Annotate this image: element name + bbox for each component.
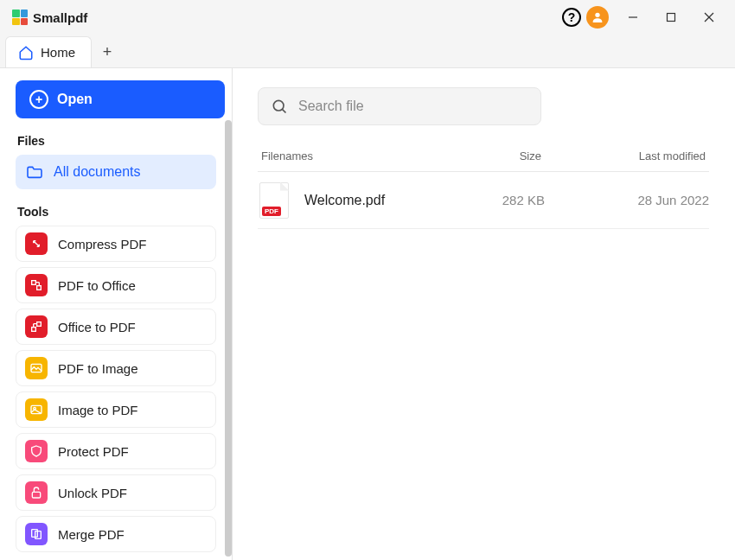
tool-label: Image to PDF xyxy=(58,403,138,417)
compress-icon xyxy=(25,232,48,255)
tool-pdf-to-office[interactable]: PDF to Office xyxy=(16,267,216,303)
tool-label: Protect PDF xyxy=(58,444,129,459)
tool-label: Office to PDF xyxy=(58,320,136,334)
tools-section-label: Tools xyxy=(17,205,223,219)
tab-home[interactable]: Home xyxy=(5,36,92,67)
svg-rect-5 xyxy=(32,281,36,285)
file-name: Welcome.pdf xyxy=(304,193,467,208)
tool-office-to-pdf[interactable]: Office to PDF xyxy=(16,309,216,345)
column-filenames: Filenames xyxy=(261,150,463,162)
titlebar: Smallpdf ? xyxy=(0,0,735,35)
sidebar: + Open Files All documents Tools Compres… xyxy=(0,68,232,560)
app-title: Smallpdf xyxy=(33,10,87,25)
files-section-label: Files xyxy=(17,134,223,148)
new-tab-button[interactable]: + xyxy=(92,36,123,67)
sidebar-item-label: All documents xyxy=(54,164,141,180)
file-thumbnail: PDF xyxy=(259,182,289,219)
tool-label: Merge PDF xyxy=(58,527,125,542)
avatar[interactable] xyxy=(586,6,609,29)
tool-label: Unlock PDF xyxy=(58,486,127,500)
tool-image-to-pdf[interactable]: Image to PDF xyxy=(16,391,216,428)
tool-compress-pdf[interactable]: Compress PDF xyxy=(16,226,216,262)
search-icon xyxy=(271,98,288,115)
content: Filenames Size Last modified PDF Welcome… xyxy=(232,68,735,560)
sidebar-scrollbar[interactable] xyxy=(225,120,232,557)
close-button[interactable] xyxy=(690,0,728,35)
minimize-button[interactable] xyxy=(614,0,652,35)
tab-home-label: Home xyxy=(41,45,75,60)
file-row[interactable]: PDF Welcome.pdf 282 KB 28 Jun 2022 xyxy=(258,172,709,229)
merge-icon xyxy=(25,523,48,545)
tool-merge-pdf[interactable]: Merge PDF xyxy=(16,516,216,552)
folder-icon xyxy=(26,165,43,179)
search-input[interactable] xyxy=(298,99,528,114)
unlock-icon xyxy=(25,481,48,504)
tool-unlock-pdf[interactable]: Unlock PDF xyxy=(16,474,216,511)
main: + Open Files All documents Tools Compres… xyxy=(0,67,735,560)
column-last-modified: Last modified xyxy=(585,150,706,162)
protect-icon xyxy=(25,440,48,462)
help-icon[interactable]: ? xyxy=(562,8,581,27)
tool-label: PDF to Office xyxy=(58,278,136,293)
list-header: Filenames Size Last modified xyxy=(258,150,709,172)
logo-icon xyxy=(12,10,28,25)
plus-circle-icon: + xyxy=(29,90,48,109)
svg-point-0 xyxy=(595,13,599,17)
svg-point-15 xyxy=(273,100,284,111)
open-button-label: Open xyxy=(57,92,93,107)
sidebar-item-all-documents[interactable]: All documents xyxy=(16,155,216,189)
pdf-to-image-icon xyxy=(25,357,48,379)
tool-protect-pdf[interactable]: Protect PDF xyxy=(16,433,216,469)
svg-rect-7 xyxy=(37,322,42,327)
svg-rect-6 xyxy=(37,286,42,290)
file-size: 282 KB xyxy=(467,193,588,207)
maximize-button[interactable] xyxy=(652,0,690,35)
pdf-badge: PDF xyxy=(262,207,281,216)
tool-label: Compress PDF xyxy=(58,237,147,251)
app-logo: Smallpdf xyxy=(12,10,87,25)
tool-pdf-to-image[interactable]: PDF to Image xyxy=(16,350,216,386)
open-button[interactable]: + Open xyxy=(16,80,225,118)
office-to-pdf-icon xyxy=(25,315,48,338)
tool-label: PDF to Image xyxy=(58,361,138,376)
svg-rect-12 xyxy=(32,492,40,498)
column-size: Size xyxy=(463,150,585,162)
svg-rect-2 xyxy=(668,14,675,22)
tabbar: Home + xyxy=(0,35,735,67)
file-modified: 28 Jun 2022 xyxy=(588,193,709,207)
image-to-pdf-icon xyxy=(25,398,48,421)
pdf-to-office-icon xyxy=(25,274,48,296)
svg-line-16 xyxy=(282,109,285,112)
divider xyxy=(232,68,233,560)
svg-rect-8 xyxy=(32,328,36,332)
search-box[interactable] xyxy=(258,87,541,125)
